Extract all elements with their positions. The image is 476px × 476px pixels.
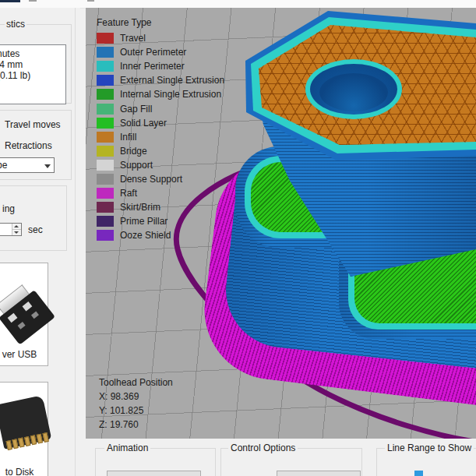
usb-button-caption: ver USB: [0, 349, 48, 360]
toolhead-x: X: 98.369: [99, 390, 173, 404]
control-options-group-label: Control Options: [228, 443, 298, 453]
seconds-unit-label: sec: [28, 224, 43, 235]
control-options-button[interactable]: [277, 471, 361, 476]
top-strip-mark: [29, 0, 37, 2]
legend-item-label: External Single Extrusion: [120, 75, 224, 86]
legend-color-chip: [97, 230, 114, 241]
sd-pin: [30, 435, 37, 445]
top-strip-mark: [87, 0, 94, 2]
usb-hole: [31, 312, 39, 319]
legend-item: Skirt/Brim: [97, 200, 224, 214]
print-over-usb-button[interactable]: ver USB: [0, 263, 48, 366]
spinner-down-button[interactable]: [12, 229, 21, 235]
legend-color-chip: [97, 47, 114, 58]
animation-group-label: Animation: [104, 443, 150, 453]
legend-item: Gap Fill: [97, 101, 224, 115]
legend-color-chip: [97, 216, 114, 227]
sd-pin: [12, 439, 18, 449]
sd-pin: [37, 434, 43, 444]
legend-color-chip: [97, 118, 114, 129]
line-range-group-label: Line Range to Show: [385, 443, 474, 453]
chevron-down-icon: [44, 164, 51, 168]
legend-item: Prime Pillar: [97, 214, 224, 228]
legend-item: Support: [97, 158, 224, 172]
sd-pin: [18, 438, 24, 448]
sd-pin: [42, 432, 48, 443]
legend-item-label: Support: [120, 160, 153, 171]
usb-hole: [23, 301, 33, 311]
line-range-group: Line Range to Show: [376, 448, 476, 476]
legend-item: Inner Perimeter: [97, 59, 224, 73]
coloring-dropdown-value: pe: [0, 160, 7, 171]
legend-color-chip: [97, 202, 114, 213]
stat-line: nutes: [0, 48, 65, 59]
legend-color-chip: [97, 104, 114, 115]
bottom-control-bar: Animation Control Options Line Range to …: [78, 439, 476, 476]
legend-item: Raft: [97, 186, 224, 200]
legend-item-label: Ooze Shield: [120, 230, 171, 241]
sd-card-icon: [0, 395, 51, 450]
timing-group: [0, 185, 67, 251]
legend-item: Internal Single Extrusion: [97, 87, 224, 101]
legend-item: Infill: [97, 130, 224, 144]
feature-type-legend: Feature Type TravelOuter PerimeterInner …: [97, 17, 224, 242]
down-arrow-icon: [14, 231, 19, 234]
toolhead-y: Y: 101.825: [99, 404, 173, 418]
legend-item-label: Skirt/Brim: [120, 202, 160, 213]
stat-line: (0.11 lb): [0, 70, 65, 81]
legend-item-label: Solid Layer: [120, 118, 167, 129]
sd-pin: [6, 440, 12, 450]
save-to-disk-button[interactable]: to Disk: [0, 382, 48, 476]
legend-title: Feature Type: [97, 17, 224, 28]
legend-color-chip: [97, 146, 114, 157]
legend-color-chip: [97, 61, 114, 72]
sd-pin: [24, 436, 30, 446]
legend-item: Dense Support: [97, 172, 224, 186]
legend-item: Bridge: [97, 144, 224, 158]
line-range-slider-handle[interactable]: [414, 471, 423, 476]
legend-color-chip: [97, 132, 114, 143]
legend-item-label: Outer Perimeter: [120, 47, 186, 58]
statistics-textbox: nutes .4 mm (0.11 lb): [0, 44, 66, 104]
sidebar-divider: [75, 8, 76, 476]
toolhead-title: Toolhead Position: [99, 376, 173, 390]
legend-color-chip: [97, 33, 114, 44]
timing-group-label: ing: [2, 203, 15, 214]
toolhead-z: Z: 19.760: [99, 418, 173, 432]
disk-button-caption: to Disk: [0, 467, 48, 476]
coloring-dropdown[interactable]: pe: [0, 157, 55, 173]
up-arrow-icon: [14, 225, 19, 227]
legend-color-chip: [97, 89, 114, 100]
travel-moves-checkbox-label[interactable]: Travel moves: [5, 119, 61, 130]
animation-button[interactable]: [107, 471, 201, 476]
sd-card-body: [0, 395, 51, 450]
stat-line: .4 mm: [0, 59, 65, 70]
legend-item: Outer Perimeter: [97, 45, 224, 59]
legend-color-chip: [97, 160, 114, 171]
spinner-up-button[interactable]: [12, 224, 21, 229]
spinner-buttons[interactable]: [12, 224, 21, 235]
center-hole-depth: [319, 73, 388, 111]
usb-plug-icon: [0, 280, 55, 344]
legend-item-label: Infill: [120, 132, 136, 143]
legend-color-chip: [97, 174, 114, 185]
seconds-spinner[interactable]: [0, 223, 22, 236]
left-sidebar: stics nutes .4 mm (0.11 lb) Travel moves…: [0, 8, 80, 476]
legend-item: Solid Layer: [97, 116, 224, 130]
preview-viewport[interactable]: Feature Type TravelOuter PerimeterInner …: [86, 8, 476, 439]
statistics-group-label: stics: [5, 19, 26, 30]
legend-item-label: Travel: [120, 33, 146, 44]
legend-item-label: Prime Pillar: [120, 216, 167, 227]
legend-item: Ooze Shield: [97, 228, 224, 242]
toolhead-position-readout: Toolhead Position X: 98.369 Y: 101.825 Z…: [99, 376, 173, 432]
retractions-checkbox-label[interactable]: Retractions: [5, 140, 52, 151]
legend-item-label: Bridge: [120, 146, 147, 157]
legend-item-label: Gap Fill: [120, 104, 152, 115]
usb-hole: [8, 313, 18, 323]
legend-item: Travel: [97, 31, 224, 45]
legend-item-label: Dense Support: [120, 174, 182, 185]
legend-item: External Single Extrusion: [97, 73, 224, 87]
legend-color-chip: [97, 75, 114, 86]
legend-item-label: Inner Perimeter: [120, 61, 185, 72]
legend-color-chip: [97, 188, 114, 199]
